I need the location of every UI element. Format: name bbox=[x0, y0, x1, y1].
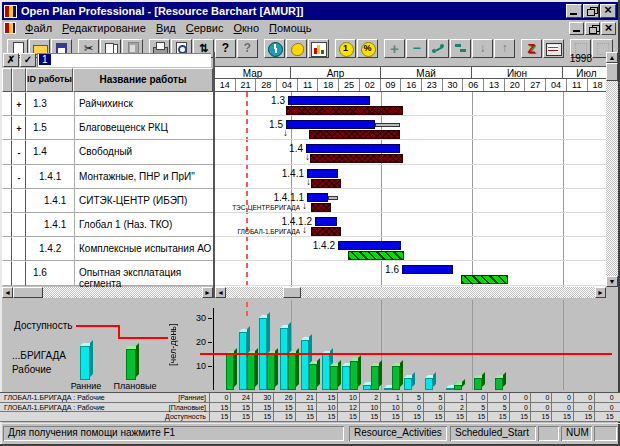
row-selector[interactable] bbox=[2, 92, 12, 116]
restore-icon[interactable] bbox=[583, 4, 599, 18]
resource-value-cell: 15 bbox=[402, 412, 423, 421]
gantt-vscrollbar[interactable]: ▲ ▼ bbox=[606, 52, 618, 287]
y-tick-label: 20 bbox=[190, 337, 206, 347]
gantt-bar-scheduled[interactable] bbox=[309, 130, 400, 139]
row-selector[interactable] bbox=[2, 213, 12, 237]
row-selector[interactable] bbox=[2, 140, 12, 164]
title-bar: Open Plan Professional - [Resource Barch… bbox=[2, 2, 618, 20]
activity-id: 1.4 bbox=[26, 140, 75, 164]
gantt-row[interactable]: 1.4.1.1ТЭС-ЦЕНТР.БРИГАДА↓ bbox=[215, 189, 608, 213]
close-icon[interactable] bbox=[600, 4, 616, 18]
activity-row[interactable]: 1.4.1Глобал 1 (Наз. ТКО) bbox=[2, 213, 213, 237]
resource-value-cell: 24 bbox=[230, 393, 251, 402]
activity-row[interactable]: +1.5Благовещенск РКЦ bbox=[2, 116, 213, 140]
gantt-bar-early[interactable] bbox=[307, 193, 328, 202]
gantt-bar-early[interactable] bbox=[315, 217, 337, 226]
child-restore-icon[interactable] bbox=[585, 22, 600, 35]
child-minimize-icon[interactable] bbox=[569, 22, 584, 35]
timeline-week: 06 bbox=[463, 79, 484, 91]
minimize-icon[interactable] bbox=[566, 4, 582, 18]
menu-view[interactable]: Вид bbox=[151, 21, 181, 35]
timeline-month: Май bbox=[381, 67, 472, 78]
scroll-right-icon[interactable]: ► bbox=[595, 287, 606, 298]
gantt-bar-early[interactable] bbox=[402, 265, 453, 274]
gantt-bar-scheduled[interactable] bbox=[286, 106, 403, 115]
gantt-row[interactable]: 1.4↓ bbox=[215, 140, 608, 164]
menu-file[interactable]: Файл bbox=[20, 21, 57, 35]
scroll-left-icon[interactable]: ◄ bbox=[215, 287, 226, 298]
scroll-right-icon[interactable]: ► bbox=[202, 287, 213, 298]
gantt-bar-early[interactable] bbox=[288, 96, 370, 105]
gantt-row[interactable]: 1.4.1.2ГЛОБАЛ-1.БРИГАДА↓ bbox=[215, 213, 608, 237]
menu-window[interactable]: Окно bbox=[228, 21, 264, 35]
confirm-edit-button[interactable]: ✓ bbox=[20, 53, 36, 67]
expander-button[interactable]: - bbox=[12, 140, 26, 164]
gantt-row[interactable]: 1.3 bbox=[215, 92, 608, 116]
gantt-bar-early[interactable] bbox=[306, 144, 400, 153]
gantt-bar-scheduled[interactable] bbox=[310, 154, 403, 163]
gantt-bar-early[interactable] bbox=[286, 120, 375, 129]
column-header-name[interactable]: Название работы bbox=[73, 68, 213, 92]
cancel-edit-button[interactable]: ✗ bbox=[3, 53, 19, 67]
row-selector[interactable] bbox=[2, 237, 12, 261]
expander-button[interactable]: - bbox=[12, 165, 26, 189]
row-selector[interactable] bbox=[2, 189, 12, 213]
activity-row[interactable]: 1.4.2Комплексные испытания АО bbox=[2, 237, 213, 261]
window-title: Open Plan Professional - [Resource Barch… bbox=[21, 5, 565, 17]
gantt-hscroll-thumb[interactable] bbox=[283, 287, 301, 298]
activity-name: Райчихинск bbox=[75, 92, 213, 116]
activity-id: 1.4.1 bbox=[26, 189, 75, 213]
resource-value-cell: 5 bbox=[423, 393, 444, 402]
edit-input[interactable]: 1 bbox=[37, 53, 211, 67]
row-selector[interactable] bbox=[2, 261, 12, 285]
menu-help[interactable]: Помощь bbox=[264, 21, 317, 35]
activity-row[interactable]: 1.6Опытная эксплатация сегмента bbox=[2, 261, 213, 285]
scroll-left-icon[interactable]: ◄ bbox=[2, 287, 13, 298]
resource-value-cell: 15 bbox=[530, 412, 551, 421]
menu-tools[interactable]: Сервис bbox=[181, 21, 229, 35]
resource-value-cell: 0 bbox=[423, 403, 444, 412]
gantt-bar-early[interactable] bbox=[338, 241, 401, 250]
vscroll-thumb[interactable] bbox=[606, 63, 618, 81]
resource-value-cell: 10 bbox=[380, 403, 401, 412]
table-hscroll-thumb[interactable] bbox=[13, 287, 43, 298]
activity-row[interactable]: -1.4.1Монтажные, ПНР и ПрИ" bbox=[2, 165, 213, 189]
status-field-name: Scheduled_Start bbox=[450, 426, 536, 441]
hist-bar-planned bbox=[392, 366, 400, 390]
resource-value-cell: 5 bbox=[487, 403, 508, 412]
table-hscrollbar[interactable]: ◄ ► bbox=[2, 287, 213, 298]
gantt-hscrollbar[interactable]: ◄ ► bbox=[215, 287, 606, 298]
document-icon[interactable] bbox=[4, 22, 16, 34]
gantt-bar-early[interactable] bbox=[307, 169, 338, 178]
timeline-month-row: МарАпрМайИюнИюл bbox=[215, 66, 608, 79]
gantt-bar-resource[interactable] bbox=[461, 275, 508, 284]
resource-value-cell: 10 bbox=[359, 403, 380, 412]
gantt-row[interactable]: 1.6 bbox=[215, 261, 608, 285]
expander-button[interactable]: + bbox=[12, 92, 26, 116]
scroll-down-icon[interactable]: ▼ bbox=[606, 276, 618, 287]
gantt-row[interactable]: 1.4.1↓ bbox=[215, 165, 608, 189]
gantt-bar-resource[interactable] bbox=[348, 251, 404, 260]
row-selector[interactable] bbox=[2, 116, 12, 140]
activity-row[interactable]: -1.4Свободный bbox=[2, 140, 213, 164]
resource-value-cell: 15 bbox=[230, 403, 251, 412]
gantt-row[interactable]: 1.5↓ bbox=[215, 116, 608, 140]
expander-button[interactable]: + bbox=[12, 116, 26, 140]
gantt-row[interactable]: 1.4.2 bbox=[215, 237, 608, 261]
child-close-icon[interactable] bbox=[601, 22, 616, 35]
row-selector[interactable] bbox=[2, 165, 12, 189]
activity-row[interactable]: 1.4.1СИТЭК-ЦЕНТР (ИБЭП) bbox=[2, 189, 213, 213]
gantt-bar-scheduled[interactable] bbox=[311, 227, 341, 236]
gantt-row-label: 1.5 bbox=[228, 119, 283, 130]
gantt-bar-scheduled[interactable] bbox=[311, 203, 331, 212]
column-header-id[interactable]: ID работы bbox=[26, 68, 73, 92]
activity-row[interactable]: +1.3Райчихинск bbox=[2, 92, 213, 116]
gantt-annotation: ГЛОБАЛ-1.БРИГАДА bbox=[217, 228, 300, 235]
status-panel-empty bbox=[538, 426, 559, 441]
gantt-bar-scheduled[interactable] bbox=[311, 179, 341, 188]
histogram-y-axis-label: [чел-день] bbox=[168, 306, 180, 384]
resource-value-cell: 5 bbox=[402, 393, 423, 402]
menu-edit[interactable]: Редактирование bbox=[57, 21, 151, 35]
app-icon bbox=[4, 5, 17, 18]
scroll-up-icon[interactable]: ▲ bbox=[606, 52, 618, 63]
